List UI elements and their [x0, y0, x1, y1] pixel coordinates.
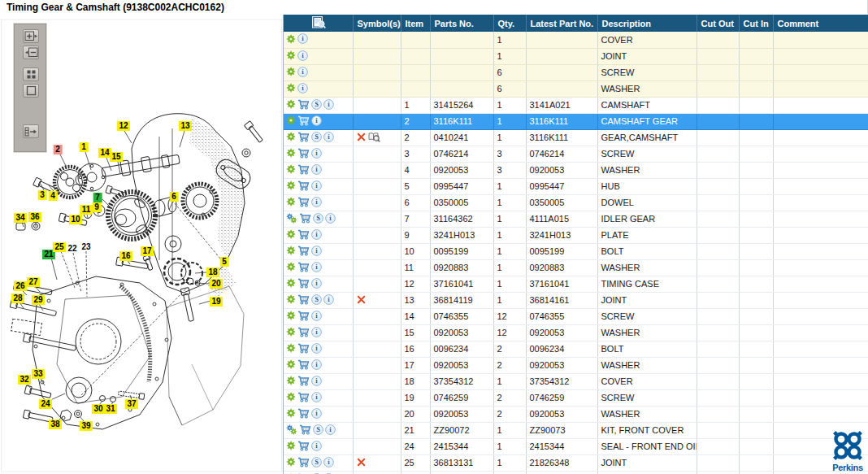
callout-22[interactable]: 22 [66, 244, 79, 254]
callout-31[interactable]: 31 [104, 404, 117, 414]
part-info-icon[interactable]: i [311, 229, 322, 241]
callout-30[interactable]: 30 [92, 404, 105, 414]
config-gear-icon[interactable] [286, 441, 296, 452]
callout-5[interactable]: 5 [220, 257, 229, 267]
fit-view-button[interactable] [23, 84, 39, 98]
part-info-icon[interactable]: i [323, 99, 334, 111]
config-gear-icon[interactable] [286, 197, 296, 208]
callout-27[interactable]: 27 [27, 277, 40, 287]
parts-row[interactable]: i93241H01313241H013PLATE [284, 227, 868, 243]
callout-34[interactable]: 34 [14, 213, 27, 223]
add-to-cart-icon[interactable] [299, 213, 311, 225]
part-info-icon[interactable]: i [311, 376, 322, 388]
parts-row[interactable]: Si21ZZ900721ZZ90073KIT, FRONT COVER [284, 422, 868, 438]
part-info-icon[interactable]: i [311, 262, 322, 274]
part-info-icon[interactable]: i [311, 327, 322, 339]
config-gear-icon[interactable] [286, 311, 296, 322]
parts-row[interactable]: i16009623420096234BOLT [284, 341, 868, 357]
stock-info-icon[interactable]: S [311, 99, 322, 111]
callout-38[interactable]: 38 [49, 420, 62, 429]
zoom-out-button[interactable] [23, 46, 39, 59]
parts-row[interactable]: i6WASHER [284, 80, 868, 97]
add-to-cart-icon[interactable] [297, 246, 310, 258]
parts-row[interactable]: Si1336814119136814161JOINT [284, 292, 868, 308]
add-to-cart-icon[interactable] [297, 148, 310, 160]
add-to-cart-icon[interactable] [299, 424, 311, 437]
parts-row[interactable]: i20092005320920053WASHER [284, 406, 868, 422]
callout-25[interactable]: 25 [53, 242, 66, 252]
part-info-icon[interactable]: i [297, 50, 308, 63]
add-to-cart-icon[interactable] [297, 359, 310, 372]
stock-info-icon[interactable]: S [311, 294, 322, 307]
add-to-cart-icon[interactable] [297, 327, 310, 339]
tile-view-button[interactable] [23, 67, 39, 81]
add-to-cart-icon[interactable] [297, 99, 310, 111]
config-gear-icon[interactable] [286, 99, 296, 111]
part-info-icon[interactable]: i [323, 457, 334, 469]
config-gear-icon[interactable] [286, 246, 296, 257]
callout-32[interactable]: 32 [18, 375, 31, 385]
callout-17[interactable]: 17 [141, 246, 154, 256]
callout-4[interactable]: 4 [49, 191, 58, 201]
add-to-cart-icon[interactable] [297, 392, 310, 404]
callout-10[interactable]: 10 [69, 215, 82, 224]
parts-row[interactable]: i6035000510350005DOWEL [284, 194, 868, 211]
parts-row[interactable]: Si73116436214111A015IDLER GEAR [284, 211, 868, 227]
callout-29[interactable]: 29 [32, 295, 45, 305]
callout-7[interactable]: 7 [93, 193, 102, 202]
callout-6[interactable]: 6 [170, 192, 179, 202]
parts-row[interactable]: Si [284, 471, 868, 474]
part-info-icon[interactable]: i [323, 132, 334, 144]
parts-row[interactable]: i1JOINT [284, 48, 868, 64]
config-gear-icon[interactable] [286, 359, 296, 371]
parts-row[interactable]: i1237161041137161041TIMING CASE [284, 276, 868, 292]
parts-row[interactable]: i17092005320920053WASHER [284, 357, 868, 373]
part-info-icon[interactable]: i [325, 213, 336, 225]
part-info-icon[interactable]: i [297, 83, 308, 95]
add-to-cart-icon[interactable] [297, 343, 310, 355]
add-to-cart-icon[interactable] [297, 441, 310, 453]
config-gear-icon[interactable] [286, 180, 296, 192]
part-info-icon[interactable]: i [311, 197, 322, 209]
callout-1[interactable]: 1 [80, 142, 89, 152]
parts-row[interactable]: i6SCREW [284, 64, 868, 80]
parts-row[interactable]: Si13141526413141A021CAMSHAFT [284, 97, 868, 113]
callout-36[interactable]: 36 [28, 212, 41, 222]
config-gear-icon[interactable] [286, 132, 296, 143]
parts-row[interactable]: i4092005330920053WASHER [284, 162, 868, 178]
parts-row-selected[interactable]: i23116K11113116K111CAMSHAFT GEAR [284, 113, 868, 129]
config-gear-icon[interactable] [286, 327, 296, 338]
part-info-icon[interactable]: i [311, 392, 322, 404]
parts-row[interactable]: Si2041024113116K111GEAR,CAMSHAFT [284, 129, 868, 146]
parts-row[interactable]: Si2536813131121826348JOINT [284, 454, 868, 471]
part-info-icon[interactable]: i [311, 246, 322, 258]
parts-row[interactable]: i1837354312137354312COVER [284, 373, 868, 389]
callout-26[interactable]: 26 [14, 281, 27, 291]
config-gear-icon[interactable] [286, 34, 296, 46]
parts-row[interactable]: i1COVER [284, 32, 868, 48]
part-info-icon[interactable]: i [325, 424, 336, 437]
part-info-icon[interactable]: i [311, 311, 322, 323]
add-to-cart-icon[interactable] [297, 164, 310, 176]
config-gear-icon[interactable] [286, 50, 296, 62]
callout-13[interactable]: 13 [179, 121, 192, 131]
add-to-cart-icon[interactable] [297, 376, 310, 388]
add-to-cart-icon[interactable] [297, 197, 310, 209]
config-gear-icon[interactable] [286, 229, 296, 241]
config-gear-icon[interactable] [286, 294, 296, 306]
config-gear-icon[interactable] [286, 457, 296, 468]
stock-info-icon[interactable]: S [313, 424, 323, 437]
callout-11[interactable]: 11 [80, 205, 93, 215]
parts-row[interactable]: i19074625920746259SCREW [284, 389, 868, 406]
callout-15[interactable]: 15 [110, 152, 123, 162]
part-info-icon[interactable]: i [311, 359, 322, 372]
callout-20[interactable]: 20 [210, 279, 223, 289]
parts-row[interactable]: i5099544710995447HUB [284, 178, 868, 194]
config-gear-icon[interactable] [286, 408, 296, 420]
callout-3[interactable]: 3 [38, 190, 47, 200]
config-gear-icon[interactable] [286, 278, 296, 289]
parts-row[interactable]: i140746355120746355SCREW [284, 308, 868, 324]
callout-19[interactable]: 19 [210, 297, 223, 307]
add-to-cart-icon[interactable] [297, 262, 310, 274]
callout-16[interactable]: 16 [119, 251, 132, 261]
